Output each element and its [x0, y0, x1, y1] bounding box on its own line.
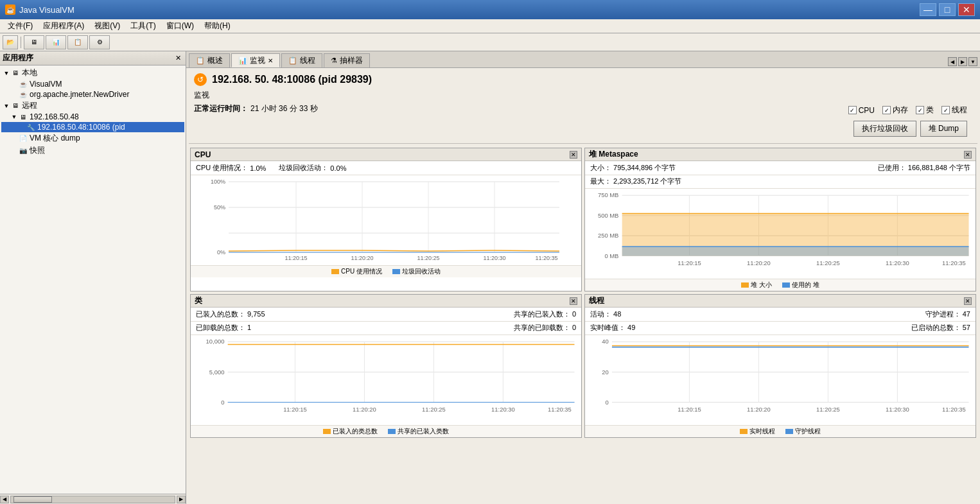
cpu-chart-body: 100% 50% 0% 11:20:15 11:20:20 11:20:25 1…	[191, 175, 581, 265]
close-button[interactable]: ✕	[958, 3, 975, 16]
svg-rect-37	[191, 336, 581, 424]
menu-help[interactable]: 帮助(H)	[199, 19, 236, 33]
scroll-right[interactable]: ▶	[177, 496, 186, 503]
toolbar-btn-1[interactable]: 📂	[3, 35, 18, 49]
classes-shared-legend-label: 共享的已装入类数	[398, 427, 449, 436]
heap-dump-button[interactable]: 堆 Dump	[920, 121, 967, 137]
tree-item-visualvm[interactable]: ☕ VisualVM	[1, 79, 184, 89]
tree-toggle-local[interactable]: ▼	[3, 69, 10, 77]
app-header: ↺ 192.168. 50. 48:10086 (pid 29839)	[189, 71, 977, 89]
tab-prev[interactable]: ◀	[948, 57, 957, 66]
tree-item-remote-app[interactable]: 🔧 192.168.50.48:10086 (pid	[1, 122, 184, 132]
svg-text:10,000: 10,000	[206, 338, 225, 345]
tab-monitor-label: 监视	[250, 55, 265, 66]
minimize-button[interactable]: —	[920, 3, 936, 16]
tab-monitor[interactable]: 📊 监视 ✕	[231, 53, 280, 67]
menu-app[interactable]: 应用程序(A)	[38, 19, 89, 33]
classes-chart-close[interactable]: ✕	[570, 297, 577, 305]
tree-item-remote[interactable]: ▼ 🖥 远程	[1, 100, 184, 112]
heap-size-value: 795,344,896 个字节	[613, 164, 676, 171]
toolbar-btn-3[interactable]: 📊	[46, 35, 66, 49]
visualvm-icon: ☕	[18, 80, 28, 89]
classes-chart-legend: 已装入的类总数 共享的已装入类数	[191, 425, 581, 437]
cb-memory[interactable]: ✓	[882, 106, 891, 114]
threads-chart-header: 线程 ✕	[585, 295, 976, 308]
classes-shared-legend: 共享的已装入类数	[388, 427, 449, 436]
menu-window[interactable]: 窗口(W)	[161, 19, 199, 33]
classes-chart-svg: 10,000 5,000 0 11:20:15 11:20:20 11:20:2…	[191, 335, 581, 425]
scroll-thumb[interactable]	[13, 496, 52, 503]
checkbox-cpu[interactable]: ✓ CPU	[848, 106, 875, 115]
jmeter-label: org.apache.jmeter.NewDriver	[30, 90, 129, 99]
heap-chart-body: 750 MB 500 MB 250 MB 0 MB 11:20:15	[585, 189, 976, 279]
classes-chart-panel: 类 ✕ 已装入的总数： 9,755 共享的已装入数： 0	[190, 294, 582, 438]
tab-next[interactable]: ▶	[958, 57, 967, 66]
threads-chart-close[interactable]: ✕	[964, 297, 972, 305]
heap-size-legend-label: 堆 大小	[751, 281, 772, 290]
svg-text:50%: 50%	[214, 204, 225, 211]
classes-shared-label: 共享的已装入数：	[514, 310, 570, 318]
heap-chart-stats: 大小： 795,344,896 个字节 已使用： 166,881,848 个字节	[585, 161, 976, 175]
button-group: 执行垃圾回收 堆 Dump	[848, 119, 972, 138]
menu-file[interactable]: 文件(F)	[3, 19, 38, 33]
classes-shared-unloaded-label: 共享的已卸载数：	[514, 324, 570, 331]
classes-unloaded-label: 已卸载的总数：	[196, 324, 245, 331]
cb-cpu[interactable]: ✓	[848, 106, 857, 114]
toolbar-btn-4[interactable]: 📋	[67, 35, 88, 49]
menu-tools[interactable]: 工具(T)	[125, 19, 161, 33]
svg-text:500 MB: 500 MB	[598, 212, 618, 219]
cpu-chart-stats: CPU 使用情况： 1.0% 垃圾回收活动： 0.0%	[191, 161, 581, 175]
cb-cpu-label: CPU	[859, 106, 875, 115]
gc-activity-label: 垃圾回收活动：	[279, 163, 328, 173]
tab-sampler[interactable]: ⚗ 抽样器	[324, 53, 370, 67]
heap-chart-close[interactable]: ✕	[964, 151, 972, 159]
cb-threads-label: 线程	[952, 105, 967, 116]
horizontal-scrollbar[interactable]: ◀ ▶	[0, 494, 186, 504]
maximize-button[interactable]: □	[939, 3, 956, 16]
toolbar: 📂 🖥 📊 📋 ⚙	[0, 33, 980, 51]
tree-item-vm-dump[interactable]: 📄 VM 核心 dump	[1, 132, 184, 144]
remote-icon: 🖥	[10, 101, 21, 110]
menu-view[interactable]: 视图(V)	[89, 19, 125, 33]
classes-shared-value: 0	[572, 310, 576, 318]
uptime-label: 正常运行时间：	[194, 103, 248, 114]
gc-activity-legend: 垃圾回收活动	[392, 267, 441, 276]
threads-chart-svg: 40 20 0 11:20:15 11:20:20 11:20:25 11:20…	[585, 335, 976, 425]
classes-shared-unloaded-stat: 共享的已卸载数： 0	[514, 323, 576, 333]
svg-text:0%: 0%	[217, 249, 225, 256]
checkbox-threads[interactable]: ✓ 线程	[941, 105, 967, 116]
tab-threads[interactable]: 📋 线程	[281, 53, 322, 67]
threads-stats-row2: 实时峰值： 49 已启动的总数： 57	[585, 322, 976, 335]
cpu-chart-close[interactable]: ✕	[570, 151, 577, 159]
tree-item-jmeter[interactable]: ☕ org.apache.jmeter.NewDriver	[1, 89, 184, 100]
tree-toggle-remote-host[interactable]: ▼	[10, 113, 18, 121]
classes-total-stat: 已装入的总数： 9,755	[196, 309, 265, 319]
svg-text:0: 0	[605, 399, 608, 406]
panel-header: 应用程序 ✕	[0, 51, 186, 65]
scroll-left[interactable]: ◀	[0, 496, 9, 503]
heap-max-label: 最大：	[590, 177, 611, 185]
checkbox-memory[interactable]: ✓ 内存	[882, 105, 908, 116]
tab-monitor-close[interactable]: ✕	[268, 57, 273, 64]
jmeter-icon: ☕	[18, 90, 28, 99]
tree-toggle-remote[interactable]: ▼	[3, 102, 10, 110]
cpu-chart-svg: 100% 50% 0% 11:20:15 11:20:20 11:20:25 1…	[191, 175, 581, 265]
svg-text:11:20:15: 11:20:15	[284, 255, 307, 261]
tree-item-local[interactable]: ▼ 🖥 本地	[1, 67, 184, 79]
tab-overview[interactable]: 📋 概述	[189, 53, 230, 67]
gc-button[interactable]: 执行垃圾回收	[853, 121, 916, 137]
checkbox-classes[interactable]: ✓ 类	[916, 105, 934, 116]
live-threads-legend: 实时线程	[740, 427, 775, 436]
tree-item-snapshot[interactable]: 📷 快照	[1, 144, 184, 157]
tab-menu[interactable]: ▼	[968, 57, 977, 66]
classes-total-value: 9,755	[247, 310, 265, 318]
cb-threads[interactable]: ✓	[941, 106, 950, 114]
panel-close-btn[interactable]: ✕	[173, 54, 183, 62]
cb-classes[interactable]: ✓	[916, 106, 924, 114]
toolbar-btn-5[interactable]: ⚙	[89, 35, 110, 49]
scroll-track[interactable]	[10, 496, 175, 503]
threads-chart-body: 40 20 0 11:20:15 11:20:20 11:20:25 11:20…	[585, 335, 976, 425]
tree-item-remote-host[interactable]: ▼ 🖥 192.168.50.48	[1, 112, 184, 122]
toolbar-btn-2[interactable]: 🖥	[24, 35, 44, 49]
remote-host-icon: 🖥	[18, 112, 28, 121]
